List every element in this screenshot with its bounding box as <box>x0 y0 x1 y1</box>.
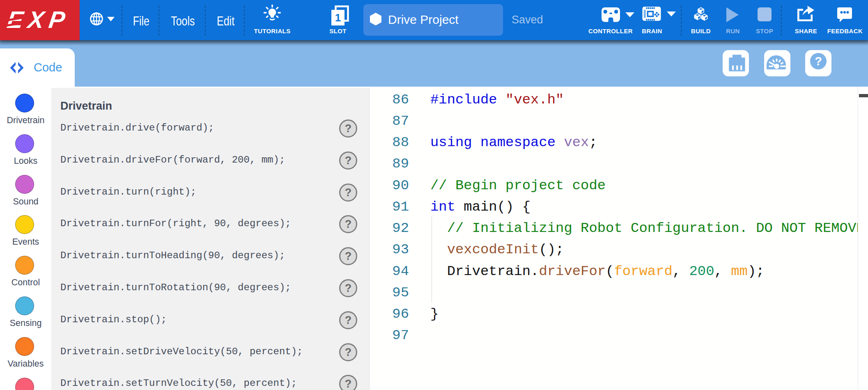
svg-text:1: 1 <box>335 11 341 24</box>
svg-text:?: ? <box>815 55 822 68</box>
